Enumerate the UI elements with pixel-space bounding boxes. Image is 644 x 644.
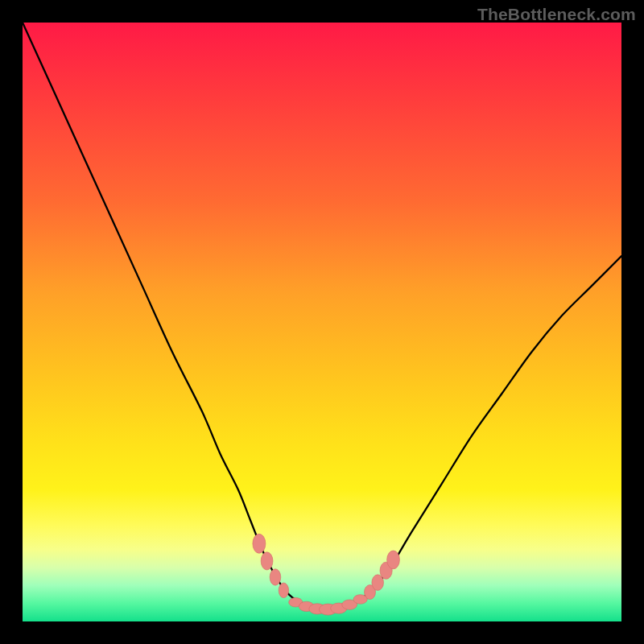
bead-cluster-left (253, 534, 289, 597)
bead (261, 552, 273, 570)
bead (387, 551, 400, 569)
chart-frame: TheBottleneck.com (0, 0, 644, 644)
bead (270, 569, 281, 585)
bead (253, 534, 266, 553)
chart-svg (0, 0, 644, 644)
bottleneck-curve (23, 23, 621, 609)
bead-cluster-right (365, 551, 400, 600)
bead-row-bottom (289, 595, 368, 615)
bead (279, 583, 288, 598)
bead (353, 595, 367, 605)
watermark-text: TheBottleneck.com (477, 5, 636, 24)
